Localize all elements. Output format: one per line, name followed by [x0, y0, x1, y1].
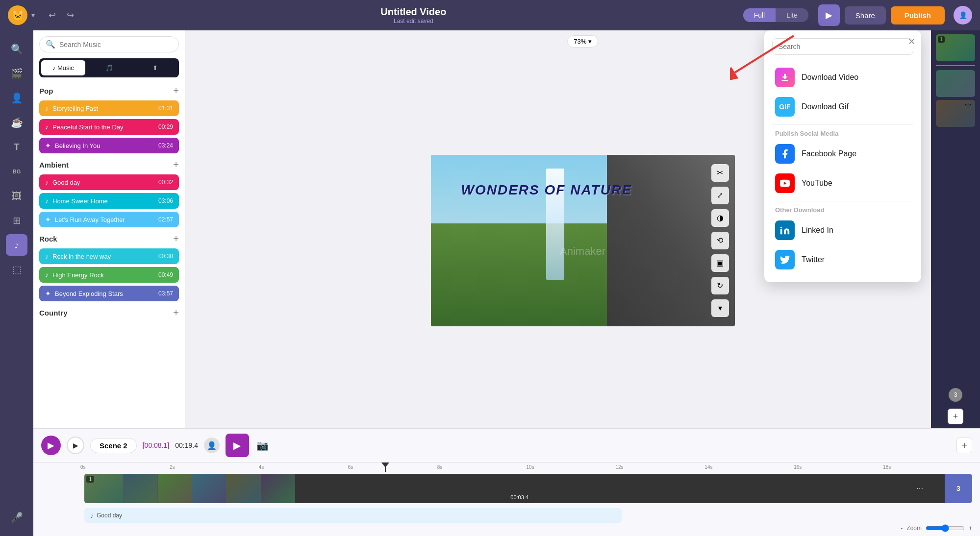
divider-1	[772, 124, 913, 125]
zoom-value: 73% ▾	[574, 38, 592, 45]
video-dots-icon[interactable]: ···	[917, 484, 923, 493]
sidebar-item-table[interactable]: ⊞	[6, 210, 27, 231]
dropdown-close-button[interactable]: ✕	[908, 36, 915, 47]
track-icon: ✦	[45, 142, 51, 149]
category-rock-add[interactable]: +	[173, 233, 179, 244]
preview-button[interactable]: ▶	[818, 4, 840, 26]
audio-label: Good day	[97, 512, 122, 519]
category-country-add[interactable]: +	[173, 307, 179, 318]
mode-full-button[interactable]: Full	[743, 8, 776, 22]
facebook-item[interactable]: Facebook Page	[772, 139, 913, 169]
zoom-minus[interactable]: -	[901, 525, 903, 532]
twitter-item[interactable]: Twitter	[772, 245, 913, 274]
cut-button[interactable]: ✂	[711, 164, 729, 182]
redo-button[interactable]: ↪	[63, 8, 78, 23]
user-avatar[interactable]: 👤	[954, 6, 972, 24]
twitter-icon	[775, 250, 795, 269]
filmstrip-item-2[interactable]	[936, 70, 975, 97]
linkedin-label: Linked In	[802, 226, 833, 235]
music-search-box[interactable]: 🔍	[39, 36, 179, 52]
thumb-6	[261, 474, 295, 503]
track-duration: 03:06	[158, 197, 173, 204]
track-good-day[interactable]: ♪ Good day 00:32	[39, 174, 179, 190]
canvas[interactable]: WONDERS OF NATURE Animaker ✂ ⤢ ◑ ⟲ ▣ ↻ ▾	[431, 155, 735, 326]
zoom-label: Zoom	[906, 525, 922, 532]
title-area: Untitled Video Last edit saved	[84, 6, 743, 24]
track-lets-run-away[interactable]: ✦ Let's Run Away Together 02:57	[39, 212, 179, 227]
add-scene-button[interactable]: +	[948, 409, 963, 424]
social-media-section-title: Publish Social Media	[775, 130, 913, 137]
music-tabs: ♪ Music 🎵 ⬆	[39, 58, 179, 77]
sidebar-item-text[interactable]: T	[6, 136, 27, 158]
music-search-input[interactable]	[59, 41, 173, 49]
scene-video-icon[interactable]: ▶	[226, 434, 249, 457]
track-name: Storytelling Fast	[52, 105, 98, 112]
category-pop-add[interactable]: +	[173, 85, 179, 97]
linkedin-item[interactable]: Linked In	[772, 216, 913, 245]
tab-music[interactable]: ♪ Music	[41, 60, 85, 75]
timeline-add-button[interactable]: +	[956, 438, 972, 453]
sidebar-item-sticker[interactable]: ⬚	[6, 259, 27, 280]
facebook-icon	[775, 144, 795, 164]
category-ambient-add[interactable]: +	[173, 159, 179, 171]
linkedin-icon	[775, 220, 795, 240]
sidebar-item-effects[interactable]: ☕	[6, 112, 27, 133]
download-gif-icon: GIF	[775, 97, 795, 117]
sidebar-item-mic[interactable]: 🎤	[6, 507, 27, 528]
transform-button[interactable]: ⟲	[711, 232, 729, 249]
sidebar-item-film[interactable]: 🎬	[6, 63, 27, 84]
ruler-4s: 4s	[259, 464, 348, 470]
mode-lite-button[interactable]: Lite	[776, 8, 808, 22]
canvas-controls: ✂ ⤢ ◑ ⟲ ▣ ↻ ▾	[711, 164, 729, 317]
track-duration: 02:57	[158, 216, 173, 223]
track-name: Let's Run Away Together	[55, 216, 125, 223]
delete-icon[interactable]: 🗑	[964, 102, 972, 111]
thumb-2	[124, 474, 158, 503]
resize-button[interactable]: ⤢	[711, 187, 729, 204]
zoom-slider[interactable]	[926, 524, 965, 532]
sidebar-item-bg[interactable]: BG	[6, 161, 27, 182]
sidebar-item-image[interactable]: 🖼	[6, 185, 27, 207]
logo-chevron[interactable]: ▾	[31, 11, 35, 19]
track-name: Peaceful Start to the Day	[52, 123, 124, 131]
zoom-plus[interactable]: +	[969, 525, 972, 532]
scene-avatar-icon[interactable]: 👤	[204, 438, 220, 453]
scene-play-button[interactable]: ▶	[41, 436, 61, 455]
publish-button[interactable]: Publish	[891, 6, 945, 24]
scene-cam-icon[interactable]: 📷	[255, 438, 271, 453]
download-gif-item[interactable]: GIF Download Gif	[772, 92, 913, 122]
filmstrip-badge-3[interactable]: 3	[949, 388, 962, 402]
bw-button[interactable]: ▣	[711, 254, 729, 272]
track-storytelling-fast[interactable]: ♪ Storytelling Fast 01:31	[39, 100, 179, 116]
video-track[interactable]: 1 00:03.4 ··· 3	[84, 474, 972, 503]
save-status: Last edit saved	[84, 18, 743, 24]
filmstrip-item-3[interactable]: 🗑	[936, 100, 975, 127]
scene-label[interactable]: Scene 2	[90, 438, 137, 453]
filmstrip-item-1[interactable]: 1	[936, 34, 975, 61]
share-button[interactable]: Share	[845, 6, 886, 24]
zoom-badge[interactable]: 73% ▾	[567, 35, 598, 48]
color-button[interactable]: ◑	[711, 209, 729, 227]
tab-beats[interactable]: 🎵	[87, 60, 131, 75]
category-ambient-header: Ambient +	[39, 159, 179, 171]
video-title[interactable]: Untitled Video	[84, 6, 743, 18]
track-beyond-exploding[interactable]: ✦ Beyond Exploding Stars 03:57	[39, 286, 179, 301]
track-high-energy[interactable]: ♪ High Energy Rock 00:49	[39, 267, 179, 283]
youtube-item[interactable]: YouTube	[772, 169, 913, 198]
undo-button[interactable]: ↩	[45, 8, 60, 23]
tab-upload[interactable]: ⬆	[133, 60, 177, 75]
more-button[interactable]: ▾	[711, 299, 729, 317]
track-rock-new-way[interactable]: ♪ Rock in the new way 00:30	[39, 248, 179, 264]
audio-track[interactable]: ♪ Good day	[84, 508, 622, 523]
download-video-item[interactable]: Download Video	[772, 63, 913, 92]
sidebar-item-search[interactable]: 🔍	[6, 38, 27, 60]
sidebar-item-person[interactable]: 👤	[6, 87, 27, 109]
dropdown-search-input[interactable]	[772, 38, 913, 55]
track-believing-in-you[interactable]: ✦ Believing In You 03:24	[39, 138, 179, 153]
track-peaceful-start[interactable]: ♪ Peaceful Start to the Day 00:29	[39, 119, 179, 135]
refresh-button[interactable]: ↻	[711, 277, 729, 294]
scene-play-button2[interactable]: ▶	[67, 437, 84, 454]
ruler-8s: 8s	[437, 464, 527, 470]
sidebar-item-music[interactable]: ♪	[6, 234, 27, 256]
track-home-sweet-home[interactable]: ♪ Home Sweet Home 03:06	[39, 193, 179, 209]
